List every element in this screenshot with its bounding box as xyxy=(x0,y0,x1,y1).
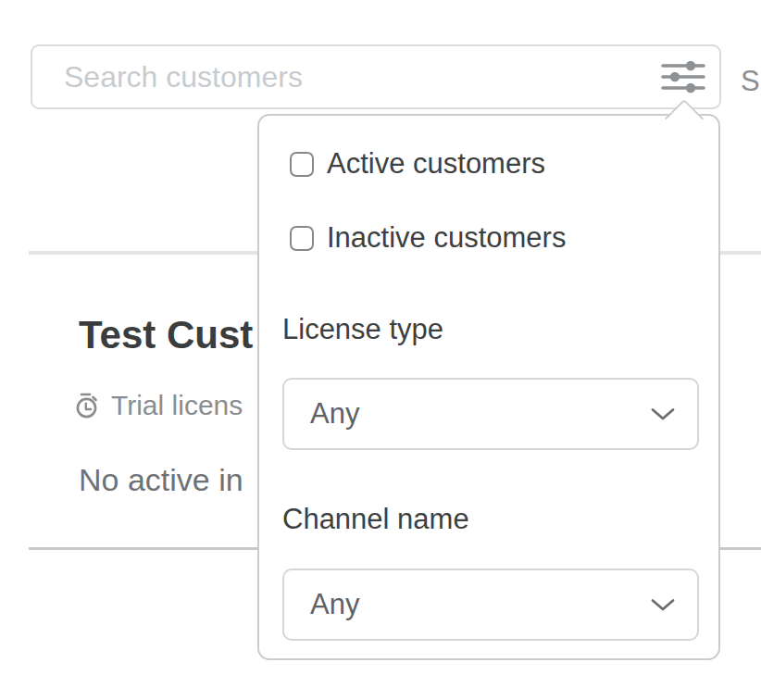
license-type-select-value: Any xyxy=(310,397,359,431)
customers-page: Test Cust Trial licens No active in xyxy=(0,0,761,700)
channel-name-select[interactable]: Any xyxy=(282,569,699,641)
channel-name-select-value: Any xyxy=(310,588,359,621)
license-info-row: Trial licens xyxy=(74,390,243,421)
checkbox-label: Active customers xyxy=(327,147,545,181)
license-type-select[interactable]: Any xyxy=(282,378,699,450)
license-type-text: Trial licens xyxy=(111,390,243,421)
sliders-icon xyxy=(660,58,706,95)
filter-row-inactive-customers: Inactive customers xyxy=(290,223,566,253)
customer-status-text: No active in xyxy=(79,462,243,498)
filter-row-active-customers: Active customers xyxy=(290,149,545,179)
search-input[interactable] xyxy=(32,46,719,107)
truncated-right-control[interactable]: S xyxy=(741,65,760,98)
customer-name: Test Cust xyxy=(79,313,253,357)
chevron-down-icon xyxy=(651,598,675,612)
stopwatch-icon xyxy=(74,392,100,419)
checkbox-inactive-customers[interactable] xyxy=(290,226,314,251)
search-bar xyxy=(31,44,721,109)
license-type-label: License type xyxy=(282,313,443,346)
checkbox-label: Inactive customers xyxy=(327,221,566,255)
chevron-down-icon xyxy=(651,407,675,421)
checkbox-active-customers[interactable] xyxy=(290,152,314,177)
filter-button[interactable] xyxy=(655,54,712,100)
filter-popover: Active customers Inactive customers Lice… xyxy=(257,114,720,660)
channel-name-label: Channel name xyxy=(282,503,469,536)
